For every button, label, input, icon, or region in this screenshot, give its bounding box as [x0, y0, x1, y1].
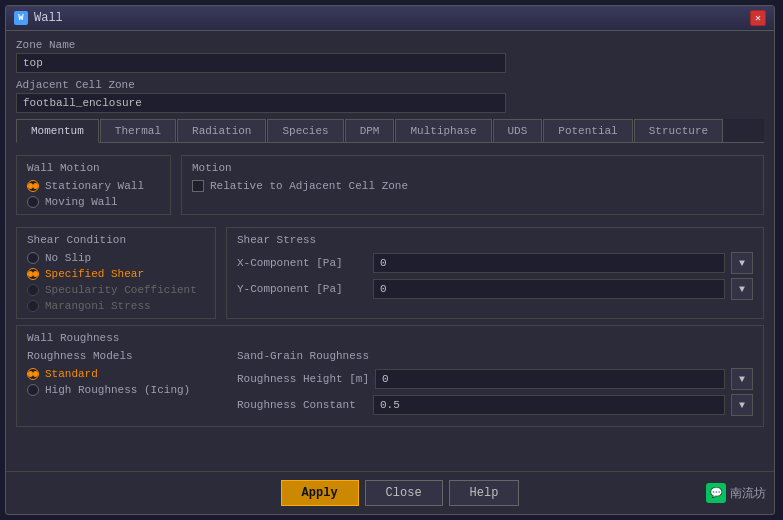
tabs-container: Momentum Thermal Radiation Species DPM M… [16, 119, 764, 143]
title-bar-left: W Wall [14, 11, 63, 25]
bottom-buttons: Apply Close Help [94, 480, 706, 506]
y-component-input[interactable] [373, 279, 725, 299]
stationary-wall-radio[interactable] [27, 180, 39, 192]
sand-grain-box: Sand-Grain Roughness Roughness Height [m… [237, 350, 753, 420]
zone-name-section: Zone Name [16, 39, 764, 73]
x-component-input[interactable] [373, 253, 725, 273]
roughness-row: Roughness Models Standard High Roughness [27, 350, 753, 420]
shear-condition-radio-group: No Slip Specified Shear Specularity Coef… [27, 252, 205, 312]
wall-roughness-section: Wall Roughness Roughness Models Standard [16, 325, 764, 427]
close-dialog-button[interactable]: Close [365, 480, 443, 506]
marangoni-option: Marangoni Stress [27, 300, 205, 312]
content-area: Zone Name Adjacent Cell Zone Momentum Th… [6, 31, 774, 471]
watermark-text: 南流坊 [730, 485, 766, 502]
tab-dpm[interactable]: DPM [345, 119, 395, 142]
relative-to-adjacent-label: Relative to Adjacent Cell Zone [210, 180, 408, 192]
shear-row: Shear Condition No Slip Specified Shear [16, 227, 764, 319]
roughness-models-title: Roughness Models [27, 350, 227, 362]
roughness-constant-dropdown[interactable]: ▼ [731, 394, 753, 416]
adjacent-cell-zone-label: Adjacent Cell Zone [16, 79, 764, 91]
watermark: 💬 南流坊 [706, 483, 766, 503]
standard-roughness-option[interactable]: Standard [27, 368, 227, 380]
specified-shear-option[interactable]: Specified Shear [27, 268, 205, 280]
standard-roughness-radio[interactable] [27, 368, 39, 380]
tab-momentum[interactable]: Momentum [16, 119, 99, 143]
stationary-wall-label: Stationary Wall [45, 180, 144, 192]
wall-motion-radio-group: Stationary Wall Moving Wall [27, 180, 160, 208]
zone-name-input[interactable] [16, 53, 506, 73]
main-body: Wall Motion Stationary Wall Moving Wall [16, 149, 764, 463]
roughness-height-dropdown[interactable]: ▼ [731, 368, 753, 390]
apply-button[interactable]: Apply [281, 480, 359, 506]
moving-wall-option[interactable]: Moving Wall [27, 196, 160, 208]
close-button[interactable]: ✕ [750, 10, 766, 26]
window-icon: W [14, 11, 28, 25]
stationary-wall-option[interactable]: Stationary Wall [27, 180, 160, 192]
y-component-dropdown[interactable]: ▼ [731, 278, 753, 300]
no-slip-option[interactable]: No Slip [27, 252, 205, 264]
roughness-models-group: Standard High Roughness (Icing) [27, 368, 227, 396]
zone-name-label: Zone Name [16, 39, 764, 51]
motion-box: Motion Relative to Adjacent Cell Zone [181, 155, 764, 215]
roughness-constant-input[interactable] [373, 395, 725, 415]
tab-multiphase[interactable]: Multiphase [395, 119, 491, 142]
sand-grain-title: Sand-Grain Roughness [237, 350, 753, 362]
window-title: Wall [34, 11, 63, 25]
specularity-option: Specularity Coefficient [27, 284, 205, 296]
wall-roughness-title: Wall Roughness [27, 332, 753, 344]
moving-wall-radio[interactable] [27, 196, 39, 208]
moving-wall-label: Moving Wall [45, 196, 118, 208]
relative-to-adjacent-checkbox[interactable]: Relative to Adjacent Cell Zone [192, 180, 753, 192]
main-window: W Wall ✕ Zone Name Adjacent Cell Zone Mo… [5, 5, 775, 515]
roughness-height-label: Roughness Height [m] [237, 373, 369, 385]
wall-motion-title: Wall Motion [27, 162, 160, 174]
marangoni-label: Marangoni Stress [45, 300, 151, 312]
high-roughness-label: High Roughness (Icing) [45, 384, 190, 396]
help-button[interactable]: Help [449, 480, 520, 506]
adjacent-cell-zone-section: Adjacent Cell Zone [16, 79, 764, 113]
standard-roughness-label: Standard [45, 368, 98, 380]
marangoni-radio [27, 300, 39, 312]
wall-motion-section: Wall Motion Stationary Wall Moving Wall [16, 149, 764, 221]
title-bar: W Wall ✕ [6, 6, 774, 31]
tab-radiation[interactable]: Radiation [177, 119, 266, 142]
tab-uds[interactable]: UDS [493, 119, 543, 142]
adjacent-cell-zone-input[interactable] [16, 93, 506, 113]
motion-title: Motion [192, 162, 753, 174]
high-roughness-option[interactable]: High Roughness (Icing) [27, 384, 227, 396]
specified-shear-radio[interactable] [27, 268, 39, 280]
x-component-dropdown[interactable]: ▼ [731, 252, 753, 274]
no-slip-radio[interactable] [27, 252, 39, 264]
high-roughness-radio[interactable] [27, 384, 39, 396]
tab-structure[interactable]: Structure [634, 119, 723, 142]
shear-stress-box: Shear Stress X-Component [Pa] ▼ Y-Compon… [226, 227, 764, 319]
specified-shear-label: Specified Shear [45, 268, 144, 280]
specularity-label: Specularity Coefficient [45, 284, 197, 296]
no-slip-label: No Slip [45, 252, 91, 264]
shear-condition-title: Shear Condition [27, 234, 205, 246]
tab-potential[interactable]: Potential [543, 119, 632, 142]
bottom-bar: Apply Close Help 💬 南流坊 [6, 471, 774, 514]
roughness-constant-label: Roughness Constant [237, 399, 367, 411]
shear-stress-title: Shear Stress [237, 234, 753, 246]
x-component-row: X-Component [Pa] ▼ [237, 252, 753, 274]
wechat-icon: 💬 [706, 483, 726, 503]
x-component-label: X-Component [Pa] [237, 257, 367, 269]
roughness-models-box: Roughness Models Standard High Roughness [27, 350, 227, 420]
y-component-row: Y-Component [Pa] ▼ [237, 278, 753, 300]
wall-motion-box: Wall Motion Stationary Wall Moving Wall [16, 155, 171, 215]
y-component-label: Y-Component [Pa] [237, 283, 367, 295]
shear-condition-box: Shear Condition No Slip Specified Shear [16, 227, 216, 319]
tab-species[interactable]: Species [267, 119, 343, 142]
roughness-constant-row: Roughness Constant ▼ [237, 394, 753, 416]
tab-thermal[interactable]: Thermal [100, 119, 176, 142]
roughness-height-row: Roughness Height [m] ▼ [237, 368, 753, 390]
relative-checkbox-box[interactable] [192, 180, 204, 192]
roughness-height-input[interactable] [375, 369, 725, 389]
specularity-radio [27, 284, 39, 296]
